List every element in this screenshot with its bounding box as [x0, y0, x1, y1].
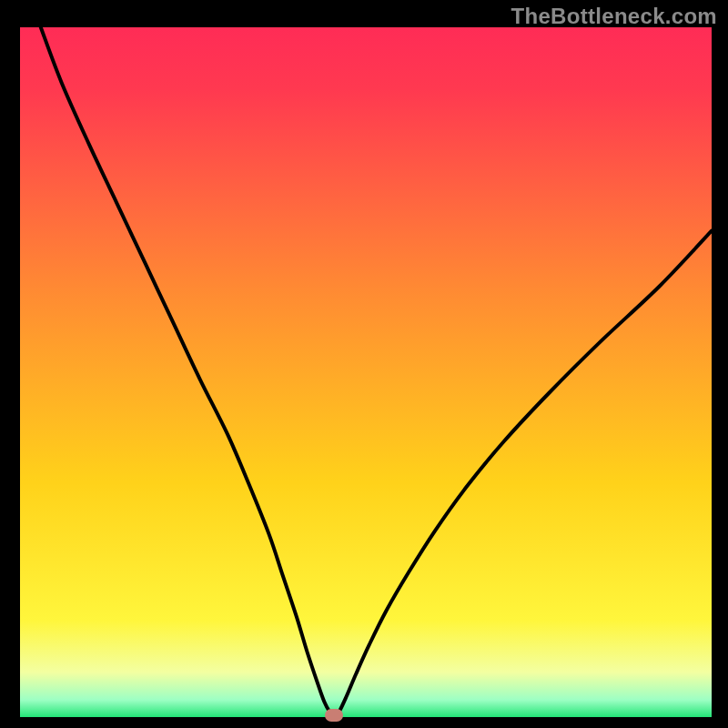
gradient-background — [20, 27, 712, 717]
chart-frame: TheBottleneck.com — [0, 0, 728, 728]
watermark-text: TheBottleneck.com — [511, 4, 717, 29]
bottleneck-chart — [20, 27, 712, 717]
operating-point-marker — [325, 709, 343, 722]
